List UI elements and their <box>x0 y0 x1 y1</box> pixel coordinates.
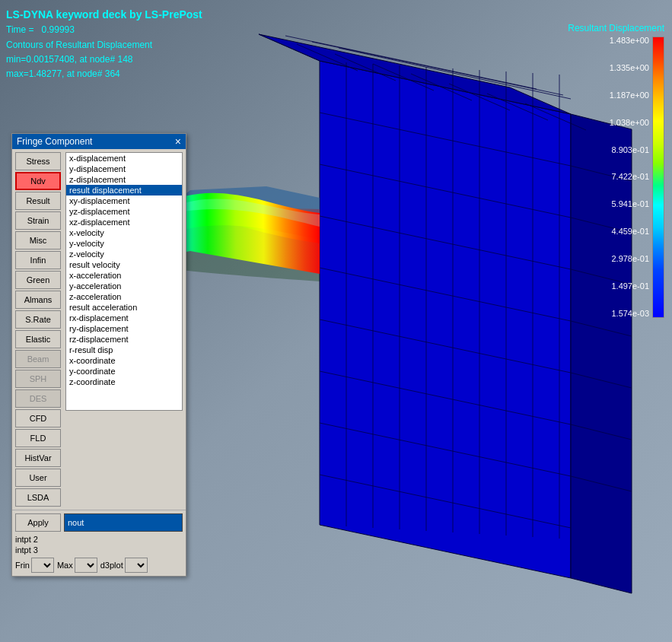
viewport-title: LS-DYNA keyword deck by LS-PrePost <box>6 6 202 23</box>
list-item[interactable]: z-displacement <box>66 174 182 185</box>
panel-button-histvar[interactable]: HistVar <box>15 449 61 467</box>
dropdown-select[interactable] <box>75 558 97 573</box>
dropdown-label: d3plot <box>100 561 123 570</box>
dropdown-select[interactable] <box>31 558 54 573</box>
legend-value: 1.187e+00 <box>610 91 649 100</box>
panel-button-des: DES <box>15 389 61 408</box>
legend-value: 1.574e-03 <box>611 310 649 318</box>
dropdown-frin: Frin <box>15 558 54 573</box>
apply-button[interactable]: Apply <box>15 513 61 532</box>
panel-button-stress[interactable]: Stress <box>15 152 61 170</box>
panel-close-button[interactable]: × <box>175 136 181 147</box>
time-line: Time = 0.99993 <box>6 23 202 37</box>
panel-button-infin[interactable]: Infin <box>15 251 61 269</box>
panel-button-beam: Beam <box>15 350 61 368</box>
panel-button-ndv[interactable]: Ndv <box>15 172 61 190</box>
panel-button-result[interactable]: Result <box>15 192 61 210</box>
list-item[interactable]: rz-displacement <box>66 334 182 345</box>
panel-button-fld[interactable]: FLD <box>15 429 61 447</box>
legend-value: 1.483e+00 <box>610 37 649 45</box>
legend-value: 8.903e-01 <box>611 146 649 154</box>
legend-title: Resultant Displacement <box>568 23 664 33</box>
svg-marker-1 <box>320 61 571 578</box>
legend-labels: 1.483e+001.335e+001.187e+001.038e+008.90… <box>610 37 649 318</box>
panel-button-green[interactable]: Green <box>15 271 61 289</box>
bottom-row1: Apply <box>15 513 183 532</box>
list-item[interactable]: y-velocity <box>66 238 182 249</box>
list-item[interactable]: z-acceleration <box>66 291 182 302</box>
list-item[interactable]: xy-displacement <box>66 195 182 206</box>
dropdowns-row: FrinMaxd3plot <box>15 558 183 573</box>
list-item[interactable]: y-displacement <box>66 164 182 174</box>
list-item[interactable]: rx-displacement <box>66 313 182 323</box>
panel-button-user[interactable]: User <box>15 469 61 487</box>
panel-button-elastic[interactable]: Elastic <box>15 330 61 348</box>
panel-button-cfd[interactable]: CFD <box>15 409 61 427</box>
legend: Resultant Displacement 1.483e+001.335e+0… <box>568 23 664 318</box>
panel-button-strain[interactable]: Strain <box>15 211 61 230</box>
list-item[interactable]: y-acceleration <box>66 281 182 291</box>
panel-body: StressNdvResultStrainMiscInfinGreenAlman… <box>12 149 186 510</box>
list-item[interactable]: x-coordinate <box>66 355 182 366</box>
list-item[interactable]: x-velocity <box>66 227 182 238</box>
legend-value: 1.335e+00 <box>610 64 649 72</box>
right-list: x-displacementy-displacementz-displaceme… <box>65 152 183 507</box>
panel-button-sph: SPH <box>15 370 61 388</box>
list-item[interactable]: y-coordinate <box>66 366 182 377</box>
list-item[interactable]: ry-displacement <box>66 323 182 334</box>
legend-value: 5.941e-01 <box>611 200 649 208</box>
panel-bottom: Apply intpt 2 intpt 3 FrinMaxd3plot <box>12 510 186 576</box>
legend-bar-container: 1.483e+001.335e+001.187e+001.038e+008.90… <box>610 37 664 318</box>
legend-value: 4.459e-01 <box>611 227 649 236</box>
intpt3-field: intpt 3 <box>15 545 183 555</box>
intpt2-field: intpt 2 <box>15 535 183 544</box>
legend-bar <box>652 37 664 318</box>
panel-button-lsda[interactable]: LSDA <box>15 488 61 507</box>
list-item[interactable]: result acceleration <box>66 302 182 313</box>
list-item[interactable]: r-result disp <box>66 345 182 355</box>
intpt2-label: intpt 2 <box>15 535 46 544</box>
legend-value: 7.422e-01 <box>611 173 649 181</box>
list-item[interactable]: z-coordinate <box>66 377 182 387</box>
info-overlay: LS-DYNA keyword deck by LS-PrePost Time … <box>6 6 202 81</box>
dropdown-label: Frin <box>15 561 30 570</box>
list-item[interactable]: result displacement <box>66 185 182 195</box>
panel-header[interactable]: Fringe Component × <box>12 134 186 149</box>
list-item[interactable]: x-displacement <box>66 153 182 164</box>
legend-value: 1.038e+00 <box>610 119 649 127</box>
left-buttons: StressNdvResultStrainMiscInfinGreenAlman… <box>15 152 62 507</box>
panel-button-misc[interactable]: Misc <box>15 231 61 249</box>
list-item[interactable]: x-acceleration <box>66 270 182 281</box>
dropdown-max: Max <box>57 558 97 573</box>
panel-button-almans[interactable]: Almans <box>15 291 61 309</box>
min-label: min=0.00157408, at node# 148 <box>6 52 202 67</box>
component-list[interactable]: x-displacementy-displacementz-displaceme… <box>65 152 183 411</box>
intpt3-label: intpt 3 <box>15 545 46 555</box>
legend-value: 1.497e-01 <box>611 282 649 291</box>
panel-title: Fringe Component <box>17 136 92 147</box>
contours-label: Contours of Resultant Displacement <box>6 38 202 52</box>
panel-button-s.rate[interactable]: S.Rate <box>15 310 61 329</box>
legend-value: 2.978e-01 <box>611 255 649 263</box>
dropdown-select[interactable] <box>125 558 148 573</box>
bottom-input[interactable] <box>64 513 183 532</box>
list-item[interactable]: xz-displacement <box>66 217 182 227</box>
list-item[interactable]: result velocity <box>66 259 182 270</box>
dropdown-d3plot: d3plot <box>100 558 148 573</box>
dropdown-label: Max <box>57 561 73 570</box>
fringe-component-panel: Fringe Component × StressNdvResultStrain… <box>11 133 186 577</box>
max-label: max=1.48277, at node# 364 <box>6 67 202 81</box>
list-item[interactable]: yz-displacement <box>66 206 182 217</box>
list-item[interactable]: z-velocity <box>66 249 182 259</box>
